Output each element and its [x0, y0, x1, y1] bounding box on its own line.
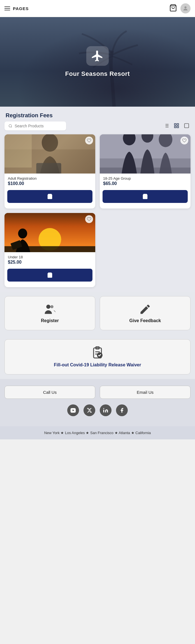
register-label: Register	[41, 318, 59, 323]
waiver-icon	[91, 346, 104, 360]
cart-icon-under18	[47, 272, 53, 278]
header-right	[169, 3, 191, 13]
give-feedback-button[interactable]: Give Feedback	[100, 296, 191, 330]
waiver-label: Fill-out Covid-19 Liability Release Waiv…	[54, 362, 141, 367]
wishlist-under18-button[interactable]	[85, 215, 93, 223]
svg-point-1	[184, 6, 186, 8]
twitter-button[interactable]	[83, 404, 95, 416]
linkedin-button[interactable]	[100, 404, 112, 416]
svg-rect-13	[185, 123, 189, 128]
facebook-button[interactable]	[116, 404, 128, 416]
feedback-icon	[139, 303, 151, 315]
svg-rect-10	[177, 123, 179, 125]
linkedin-icon	[103, 408, 108, 413]
grid-view-button[interactable]	[173, 122, 180, 130]
section-title: Registration Fees	[0, 107, 195, 121]
hero-logo	[86, 46, 109, 66]
add-to-cart-adult-button[interactable]	[7, 190, 92, 203]
waiver-button[interactable]: Fill-out Covid-19 Liability Release Waiv…	[4, 339, 191, 374]
add-to-cart-under18-button[interactable]	[7, 269, 92, 282]
list-view-button[interactable]	[162, 122, 170, 130]
large-view-button[interactable]	[183, 122, 191, 130]
cart-icon[interactable]	[169, 4, 177, 13]
product-card-age-group: 18-25 Age Group $65.00	[100, 134, 191, 209]
action-buttons-row: Register Give Feedback	[0, 292, 195, 335]
add-to-cart-age-group-button[interactable]	[103, 190, 188, 203]
product-info-age-group: 18-25 Age Group $65.00	[100, 174, 191, 190]
cart-icon-age-group	[142, 193, 148, 200]
header: PAGES	[0, 0, 195, 17]
product-name-adult: Adult Registration	[8, 176, 92, 181]
footer-cities: New York ★ Los Angeles ★ San Francisco ★…	[0, 426, 195, 439]
call-us-button[interactable]: Call Us	[4, 386, 95, 399]
svg-point-33	[46, 305, 50, 309]
header-left: PAGES	[4, 6, 29, 11]
svg-point-40	[103, 408, 104, 409]
menu-icon[interactable]	[4, 6, 10, 10]
svg-point-17	[42, 134, 58, 152]
svg-rect-16	[4, 134, 32, 168]
palm-tree-decoration	[71, 28, 160, 107]
cities-text: New York ★ Los Angeles ★ San Francisco ★…	[44, 431, 151, 435]
register-icon	[44, 303, 56, 315]
product-price-adult: $100.00	[8, 181, 92, 186]
product-card-adult: Adult Registration $100.00	[4, 134, 95, 209]
product-price-age-group: $65.00	[103, 181, 187, 186]
contact-buttons-row: Call Us Email Us	[4, 386, 191, 399]
product-name-age-group: 18-25 Age Group	[103, 176, 187, 181]
register-button[interactable]: Register	[4, 296, 95, 330]
view-toggle	[162, 122, 191, 130]
svg-rect-12	[177, 126, 179, 128]
svg-rect-9	[175, 123, 176, 125]
contact-section: Call Us Email Us	[0, 379, 195, 426]
wishlist-age-group-button[interactable]	[180, 137, 188, 144]
wishlist-adult-button[interactable]	[85, 137, 93, 144]
cart-icon-adult	[47, 193, 53, 200]
twitter-icon	[87, 408, 92, 413]
search-bar[interactable]	[4, 121, 66, 130]
airplane-icon	[91, 50, 104, 62]
feedback-label: Give Feedback	[129, 318, 161, 323]
email-us-button[interactable]: Email Us	[100, 386, 191, 399]
svg-rect-11	[175, 126, 176, 128]
svg-point-34	[50, 305, 54, 308]
search-bar-row	[0, 121, 195, 134]
product-price-under18: $25.00	[8, 260, 92, 265]
hero-title: Four Seasons Resort	[65, 70, 130, 78]
product-name-under18: Under 18	[8, 255, 92, 259]
social-icons-row	[4, 404, 191, 416]
svg-point-2	[9, 125, 11, 127]
search-input[interactable]	[15, 124, 62, 128]
youtube-button[interactable]	[67, 404, 79, 416]
products-grid: Adult Registration $100.00	[0, 134, 195, 292]
svg-rect-18	[36, 163, 61, 174]
product-info-adult: Adult Registration $100.00	[4, 174, 95, 190]
product-info-under18: Under 18 $25.00	[4, 252, 95, 269]
main-content: Registration Fees	[0, 107, 195, 439]
product-card-under18: Under 18 $25.00	[4, 213, 95, 287]
product-image-under18	[4, 213, 95, 252]
youtube-icon	[70, 408, 76, 413]
search-icon	[8, 124, 12, 128]
header-title: PAGES	[13, 6, 29, 11]
facebook-icon	[119, 408, 125, 413]
product-image-adult	[4, 134, 95, 174]
hero-section: Four Seasons Resort	[0, 17, 195, 107]
waiver-section: Fill-out Covid-19 Liability Release Waiv…	[0, 335, 195, 379]
avatar[interactable]	[180, 3, 191, 13]
svg-point-30	[18, 228, 27, 238]
product-image-age-group	[100, 134, 191, 174]
